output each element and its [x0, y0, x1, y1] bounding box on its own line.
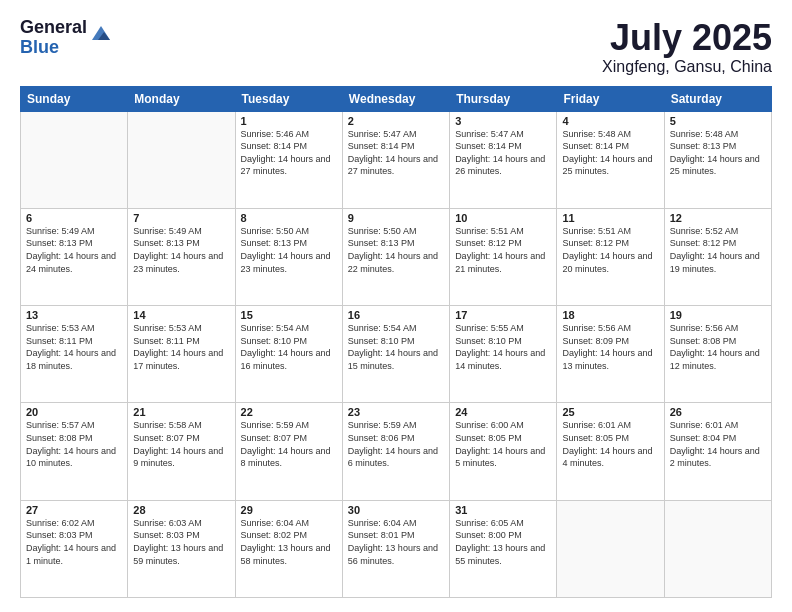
day-info: Sunrise: 5:51 AMSunset: 8:12 PMDaylight:…: [562, 225, 658, 275]
calendar-cell: 6Sunrise: 5:49 AMSunset: 8:13 PMDaylight…: [21, 208, 128, 305]
day-number: 14: [133, 309, 229, 321]
calendar-cell: [557, 500, 664, 597]
calendar-cell: 16Sunrise: 5:54 AMSunset: 8:10 PMDayligh…: [342, 306, 449, 403]
day-number: 29: [241, 504, 337, 516]
calendar-row-2: 6Sunrise: 5:49 AMSunset: 8:13 PMDaylight…: [21, 208, 772, 305]
calendar-cell: 22Sunrise: 5:59 AMSunset: 8:07 PMDayligh…: [235, 403, 342, 500]
calendar-cell: [21, 111, 128, 208]
day-number: 23: [348, 406, 444, 418]
day-info: Sunrise: 5:56 AMSunset: 8:08 PMDaylight:…: [670, 322, 766, 372]
day-info: Sunrise: 5:48 AMSunset: 8:13 PMDaylight:…: [670, 128, 766, 178]
day-number: 15: [241, 309, 337, 321]
day-info: Sunrise: 5:59 AMSunset: 8:06 PMDaylight:…: [348, 419, 444, 469]
day-number: 28: [133, 504, 229, 516]
day-info: Sunrise: 5:54 AMSunset: 8:10 PMDaylight:…: [348, 322, 444, 372]
day-info: Sunrise: 5:59 AMSunset: 8:07 PMDaylight:…: [241, 419, 337, 469]
calendar-cell: 24Sunrise: 6:00 AMSunset: 8:05 PMDayligh…: [450, 403, 557, 500]
day-info: Sunrise: 5:53 AMSunset: 8:11 PMDaylight:…: [133, 322, 229, 372]
day-number: 4: [562, 115, 658, 127]
calendar-row-5: 27Sunrise: 6:02 AMSunset: 8:03 PMDayligh…: [21, 500, 772, 597]
calendar-cell: 19Sunrise: 5:56 AMSunset: 8:08 PMDayligh…: [664, 306, 771, 403]
weekday-header-friday: Friday: [557, 86, 664, 111]
day-number: 31: [455, 504, 551, 516]
logo-blue: Blue: [20, 38, 87, 58]
calendar-cell: 27Sunrise: 6:02 AMSunset: 8:03 PMDayligh…: [21, 500, 128, 597]
day-info: Sunrise: 6:04 AMSunset: 8:02 PMDaylight:…: [241, 517, 337, 567]
calendar-cell: 21Sunrise: 5:58 AMSunset: 8:07 PMDayligh…: [128, 403, 235, 500]
day-info: Sunrise: 6:01 AMSunset: 8:04 PMDaylight:…: [670, 419, 766, 469]
day-number: 11: [562, 212, 658, 224]
calendar-cell: 30Sunrise: 6:04 AMSunset: 8:01 PMDayligh…: [342, 500, 449, 597]
calendar-cell: 11Sunrise: 5:51 AMSunset: 8:12 PMDayligh…: [557, 208, 664, 305]
calendar-cell: 18Sunrise: 5:56 AMSunset: 8:09 PMDayligh…: [557, 306, 664, 403]
day-info: Sunrise: 6:05 AMSunset: 8:00 PMDaylight:…: [455, 517, 551, 567]
calendar-cell: 12Sunrise: 5:52 AMSunset: 8:12 PMDayligh…: [664, 208, 771, 305]
calendar: SundayMondayTuesdayWednesdayThursdayFrid…: [20, 86, 772, 598]
day-info: Sunrise: 5:46 AMSunset: 8:14 PMDaylight:…: [241, 128, 337, 178]
day-info: Sunrise: 5:48 AMSunset: 8:14 PMDaylight:…: [562, 128, 658, 178]
calendar-cell: 20Sunrise: 5:57 AMSunset: 8:08 PMDayligh…: [21, 403, 128, 500]
calendar-row-3: 13Sunrise: 5:53 AMSunset: 8:11 PMDayligh…: [21, 306, 772, 403]
day-info: Sunrise: 5:57 AMSunset: 8:08 PMDaylight:…: [26, 419, 122, 469]
calendar-cell: 1Sunrise: 5:46 AMSunset: 8:14 PMDaylight…: [235, 111, 342, 208]
title-block: July 2025 Xingfeng, Gansu, China: [602, 18, 772, 76]
day-number: 17: [455, 309, 551, 321]
day-info: Sunrise: 5:47 AMSunset: 8:14 PMDaylight:…: [348, 128, 444, 178]
calendar-cell: 25Sunrise: 6:01 AMSunset: 8:05 PMDayligh…: [557, 403, 664, 500]
calendar-cell: 17Sunrise: 5:55 AMSunset: 8:10 PMDayligh…: [450, 306, 557, 403]
weekday-header-row: SundayMondayTuesdayWednesdayThursdayFrid…: [21, 86, 772, 111]
logo: General Blue: [20, 18, 112, 58]
calendar-cell: 14Sunrise: 5:53 AMSunset: 8:11 PMDayligh…: [128, 306, 235, 403]
calendar-cell: 7Sunrise: 5:49 AMSunset: 8:13 PMDaylight…: [128, 208, 235, 305]
day-number: 5: [670, 115, 766, 127]
header: General Blue July 2025 Xingfeng, Gansu, …: [20, 18, 772, 76]
calendar-cell: 31Sunrise: 6:05 AMSunset: 8:00 PMDayligh…: [450, 500, 557, 597]
calendar-cell: 9Sunrise: 5:50 AMSunset: 8:13 PMDaylight…: [342, 208, 449, 305]
day-number: 30: [348, 504, 444, 516]
day-info: Sunrise: 6:01 AMSunset: 8:05 PMDaylight:…: [562, 419, 658, 469]
day-info: Sunrise: 5:54 AMSunset: 8:10 PMDaylight:…: [241, 322, 337, 372]
day-number: 3: [455, 115, 551, 127]
calendar-cell: 28Sunrise: 6:03 AMSunset: 8:03 PMDayligh…: [128, 500, 235, 597]
day-info: Sunrise: 5:47 AMSunset: 8:14 PMDaylight:…: [455, 128, 551, 178]
day-info: Sunrise: 6:02 AMSunset: 8:03 PMDaylight:…: [26, 517, 122, 567]
day-number: 6: [26, 212, 122, 224]
weekday-header-monday: Monday: [128, 86, 235, 111]
day-info: Sunrise: 5:53 AMSunset: 8:11 PMDaylight:…: [26, 322, 122, 372]
calendar-row-1: 1Sunrise: 5:46 AMSunset: 8:14 PMDaylight…: [21, 111, 772, 208]
day-number: 2: [348, 115, 444, 127]
calendar-cell: [664, 500, 771, 597]
day-info: Sunrise: 6:04 AMSunset: 8:01 PMDaylight:…: [348, 517, 444, 567]
day-number: 27: [26, 504, 122, 516]
calendar-cell: 2Sunrise: 5:47 AMSunset: 8:14 PMDaylight…: [342, 111, 449, 208]
location-title: Xingfeng, Gansu, China: [602, 58, 772, 76]
weekday-header-sunday: Sunday: [21, 86, 128, 111]
day-info: Sunrise: 5:58 AMSunset: 8:07 PMDaylight:…: [133, 419, 229, 469]
calendar-row-4: 20Sunrise: 5:57 AMSunset: 8:08 PMDayligh…: [21, 403, 772, 500]
day-number: 20: [26, 406, 122, 418]
day-number: 26: [670, 406, 766, 418]
weekday-header-tuesday: Tuesday: [235, 86, 342, 111]
calendar-cell: 8Sunrise: 5:50 AMSunset: 8:13 PMDaylight…: [235, 208, 342, 305]
day-number: 16: [348, 309, 444, 321]
day-number: 9: [348, 212, 444, 224]
day-number: 8: [241, 212, 337, 224]
calendar-cell: [128, 111, 235, 208]
day-number: 7: [133, 212, 229, 224]
day-info: Sunrise: 5:50 AMSunset: 8:13 PMDaylight:…: [241, 225, 337, 275]
calendar-cell: 23Sunrise: 5:59 AMSunset: 8:06 PMDayligh…: [342, 403, 449, 500]
calendar-cell: 26Sunrise: 6:01 AMSunset: 8:04 PMDayligh…: [664, 403, 771, 500]
weekday-header-wednesday: Wednesday: [342, 86, 449, 111]
day-number: 12: [670, 212, 766, 224]
day-number: 24: [455, 406, 551, 418]
weekday-header-thursday: Thursday: [450, 86, 557, 111]
calendar-cell: 13Sunrise: 5:53 AMSunset: 8:11 PMDayligh…: [21, 306, 128, 403]
day-info: Sunrise: 5:50 AMSunset: 8:13 PMDaylight:…: [348, 225, 444, 275]
day-info: Sunrise: 5:49 AMSunset: 8:13 PMDaylight:…: [26, 225, 122, 275]
calendar-cell: 3Sunrise: 5:47 AMSunset: 8:14 PMDaylight…: [450, 111, 557, 208]
month-title: July 2025: [602, 18, 772, 58]
page: General Blue July 2025 Xingfeng, Gansu, …: [0, 0, 792, 612]
day-number: 22: [241, 406, 337, 418]
day-info: Sunrise: 5:52 AMSunset: 8:12 PMDaylight:…: [670, 225, 766, 275]
day-number: 1: [241, 115, 337, 127]
